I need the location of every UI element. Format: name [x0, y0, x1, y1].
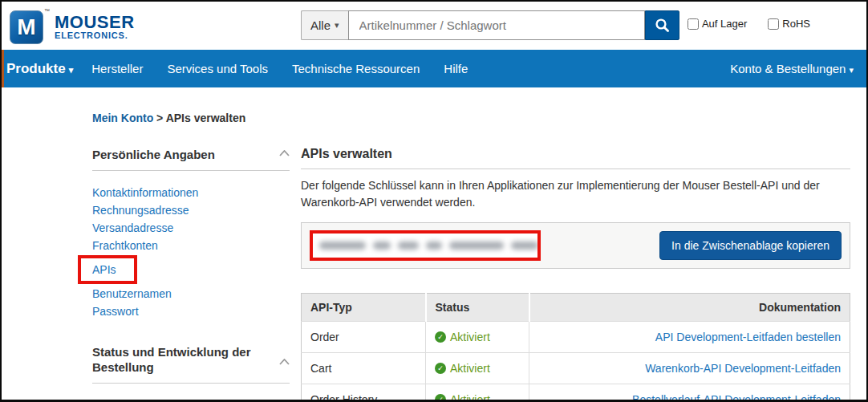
- search-icon: [655, 18, 670, 33]
- chevron-down-icon: ▾: [849, 65, 854, 75]
- api-description: Der folgende Schlüssel kann in Ihren App…: [301, 177, 829, 211]
- sidebar-item-bestellungen-offene-posten[interactable]: Bestellungen mit offenen Posten: [92, 396, 290, 402]
- sidebar-divider: [92, 170, 290, 171]
- check-icon: ✓: [435, 331, 446, 343]
- api-key-panel: In die Zwischenablage kopieren: [301, 222, 850, 269]
- trademark-symbol: ™: [44, 8, 50, 14]
- column-header-status: Status: [426, 294, 529, 322]
- apis-verwalten-panel: APIs verwalten Der folgende Schlüssel ka…: [301, 147, 850, 402]
- logo-text: MOUSER ELECTRONICS.: [55, 14, 135, 40]
- sidebar-item-versandadresse[interactable]: Versandadresse: [92, 219, 290, 237]
- mouser-logo[interactable]: M ™ MOUSER ELECTRONICS.: [10, 8, 135, 44]
- search-filters: Auf Lager RoHS: [688, 18, 810, 30]
- copy-to-clipboard-button[interactable]: In die Zwischenablage kopieren: [659, 231, 842, 260]
- api-key-redacted-value: [319, 242, 538, 250]
- sidebar-links: Kontaktinformationen Rechnungsadresse Ve…: [92, 184, 290, 320]
- rohs-checkbox[interactable]: [768, 18, 779, 30]
- sidebar-section-title: Persönliche Angaben: [92, 147, 215, 162]
- sidebar-section-persoenliche-angaben[interactable]: Persönliche Angaben: [92, 147, 290, 162]
- sidebar-section-title: Status und Entwicklung der Bestellung: [92, 344, 253, 375]
- api-doc-cell: Warenkorb-API Development-Leitfaden: [529, 353, 850, 384]
- mouser-account-page: M ™ MOUSER ELECTRONICS. Alle ▾: [0, 0, 868, 402]
- sidebar-item-passwort[interactable]: Passwort: [92, 303, 290, 320]
- search-input[interactable]: [348, 10, 645, 40]
- api-type-cell: Order: [302, 322, 426, 353]
- breadcrumb-mein-konto-link[interactable]: Mein Konto: [92, 112, 153, 124]
- api-doc-cell: Bestellverlauf-API Development-Leitfaden: [529, 384, 850, 402]
- table-row: Order ✓Aktiviert API Development-Leitfad…: [302, 322, 850, 353]
- api-status-cell: ✓Aktiviert: [426, 353, 529, 384]
- nav-item-technische-ressourcen[interactable]: Technische Ressourcen: [280, 62, 432, 75]
- api-doc-cell: API Development-Leitfaden bestellen: [529, 322, 850, 353]
- column-header-dokumentation: Dokumentation: [529, 294, 850, 322]
- filter-auf-lager: Auf Lager: [688, 18, 747, 30]
- sidebar-item-rechnungsadresse[interactable]: Rechnungsadresse: [92, 201, 290, 219]
- nav-item-hersteller[interactable]: Hersteller: [79, 62, 155, 75]
- rohs-label: RoHS: [782, 18, 810, 30]
- top-header: M ™ MOUSER ELECTRONICS. Alle ▾: [2, 2, 866, 50]
- konto-bestellungen-label: Konto & Bestellungen: [730, 62, 846, 75]
- sidebar-section-status-bestellung[interactable]: Status und Entwicklung der Bestellung: [92, 344, 290, 375]
- status-badge: Aktiviert: [450, 331, 490, 343]
- status-badge: Aktiviert: [450, 362, 490, 375]
- nav-item-produkte[interactable]: Produkte▾: [4, 61, 79, 77]
- logo-name: MOUSER: [55, 14, 135, 30]
- nav-item-services-und-tools[interactable]: Services und Tools: [155, 62, 280, 75]
- api-type-cell: Cart: [302, 353, 426, 384]
- check-icon: ✓: [435, 394, 446, 402]
- auf-lager-label: Auf Lager: [702, 18, 747, 30]
- search-button[interactable]: [645, 10, 679, 40]
- table-row: Order History ✓Aktiviert Bestellverlauf-…: [302, 384, 850, 402]
- sidebar-divider: [92, 383, 290, 384]
- chevron-down-icon: ▾: [69, 65, 74, 75]
- account-sidebar: Persönliche Angaben Kontaktinformationen…: [92, 147, 290, 402]
- filter-rohs: RoHS: [768, 18, 810, 30]
- nav-accent-strip: [2, 50, 4, 87]
- sidebar-item-kontaktinformationen[interactable]: Kontaktinformationen: [92, 184, 290, 201]
- doc-link-cart[interactable]: Warenkorb-API Development-Leitfaden: [645, 362, 841, 375]
- nav-item-hilfe[interactable]: Hilfe: [432, 62, 480, 75]
- nav-item-produkte-label: Produkte: [6, 61, 66, 76]
- status-badge: Aktiviert: [450, 393, 490, 402]
- search-category-label: Alle: [310, 18, 331, 32]
- annotation-red-box-api-key: [310, 230, 541, 261]
- content-area: Mein Konto > APIs verwalten Persönliche …: [2, 87, 866, 402]
- logo-subtitle: ELECTRONICS.: [55, 30, 135, 40]
- nav-item-konto-bestellungen[interactable]: Konto & Bestellungen▾: [730, 62, 866, 75]
- breadcrumb-separator: >: [153, 112, 165, 124]
- search-category-dropdown[interactable]: Alle ▾: [301, 10, 348, 40]
- column-header-api-typ: API-Typ: [302, 294, 426, 322]
- sidebar-item-frachtkonten[interactable]: Frachtkonten: [92, 237, 290, 254]
- chevron-up-icon: [279, 359, 290, 365]
- mouser-m-icon: M: [10, 10, 43, 44]
- breadcrumb-current: APIs verwalten: [166, 112, 246, 124]
- sidebar-item-benutzernamen[interactable]: Benutzernamen: [92, 285, 290, 303]
- api-table: API-Typ Status Dokumentation Order ✓Akti…: [301, 293, 850, 402]
- search-bar: Alle ▾: [301, 10, 679, 40]
- check-icon: ✓: [435, 363, 446, 374]
- breadcrumb: Mein Konto > APIs verwalten: [92, 112, 850, 124]
- page-title: APIs verwalten: [301, 147, 850, 169]
- annotation-red-box-apis: APIs: [78, 255, 137, 284]
- api-status-cell: ✓Aktiviert: [426, 322, 529, 353]
- chevron-up-icon: [279, 150, 290, 156]
- api-status-cell: ✓Aktiviert: [426, 384, 529, 402]
- main-navbar: Produkte▾ Hersteller Services und Tools …: [2, 50, 866, 87]
- api-type-cell: Order History: [302, 384, 426, 402]
- table-header-row: API-Typ Status Dokumentation: [302, 294, 850, 322]
- doc-link-order[interactable]: API Development-Leitfaden bestellen: [655, 331, 841, 343]
- table-row: Cart ✓Aktiviert Warenkorb-API Developmen…: [302, 353, 850, 384]
- chevron-down-icon: ▾: [335, 20, 339, 30]
- doc-link-order-history[interactable]: Bestellverlauf-API Development-Leitfaden: [632, 393, 841, 402]
- auf-lager-checkbox[interactable]: [688, 18, 699, 30]
- sidebar-item-apis[interactable]: APIs: [92, 263, 116, 276]
